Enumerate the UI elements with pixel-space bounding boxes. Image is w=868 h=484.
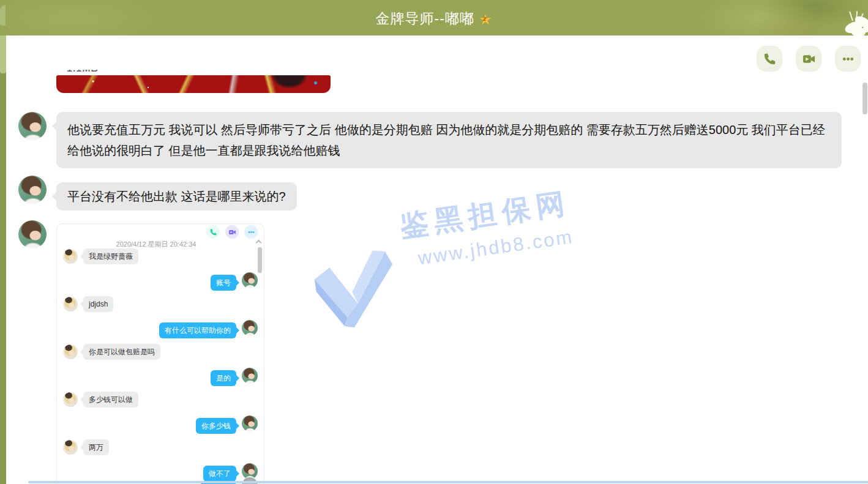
mini-message-row: 做不了 <box>63 463 258 479</box>
thumbnail-figure <box>263 75 315 93</box>
chat-app: 金牌导师--嘟嘟★z <box>0 0 868 484</box>
chat-screenshot-image[interactable]: 2020/4/12 星期日 20:42:34 我是绿野蔷薇 账号 <box>56 223 264 484</box>
mini-message-bubble: jdjdsh <box>83 296 113 312</box>
mini-message-row: 你多少钱 <box>63 415 258 431</box>
corner-accent <box>0 5 6 26</box>
mini-avatar-blonde <box>63 249 78 264</box>
mini-ellipsis-icon <box>244 225 258 239</box>
flower-decoration <box>834 11 868 35</box>
mini-avatar-blonde <box>63 392 78 407</box>
sender-avatar[interactable] <box>18 112 47 140</box>
mini-message-bubble: 做不了 <box>203 466 236 482</box>
more-options-button[interactable] <box>835 46 861 72</box>
watermark-logo-icon <box>307 244 406 338</box>
mini-timestamp: 2020/4/12 星期日 20:42:34 <box>57 240 255 249</box>
video-call-button[interactable] <box>796 46 821 72</box>
message-bubble[interactable]: 平台没有不给他出款 这话是哪里来说的? <box>56 182 297 210</box>
mini-avatar-girl <box>242 320 258 336</box>
mini-message-bubble: 你是可以做包赔是吗 <box>83 344 160 360</box>
ellipsis-icon <box>841 52 855 66</box>
mini-message-bubble: 账号 <box>211 275 236 291</box>
video-message-thumbnail[interactable]: 1.1MB <box>56 70 331 93</box>
watermark-title: 鉴黑担保网 <box>397 184 572 246</box>
mini-voice-call-icon <box>206 225 220 239</box>
mini-avatar-girl <box>242 368 258 384</box>
mini-message-bubble: 我是绿野蔷薇 <box>83 248 138 264</box>
mini-message-bubble: 有什么可以帮助你的 <box>159 322 236 338</box>
mini-message-row: 多少钱可以做 <box>63 392 258 408</box>
voice-call-button[interactable] <box>757 46 782 72</box>
chat-message-area: 1.1MB 他说要充值五万元 我说可以 然后导师带亏了之后 他做的是分期包赔 因… <box>6 35 868 484</box>
sender-avatar[interactable] <box>18 220 47 248</box>
input-area-divider <box>28 481 868 483</box>
video-thumbnail-image <box>56 75 331 93</box>
chat-title: 金牌导师--嘟嘟★z <box>0 9 868 28</box>
chat-header: 金牌导师--嘟嘟★z <box>0 0 868 35</box>
mini-video-call-icon <box>225 225 239 239</box>
message-bubble[interactable]: 他说要充值五万元 我说可以 然后导师带亏了之后 他做的是分期包赔 因为他做的就是… <box>56 112 842 168</box>
video-camera-icon <box>802 52 816 66</box>
watermark-url: www.jhdb8.com <box>417 226 576 270</box>
mini-message-row: 你是可以做包赔是吗 <box>63 344 258 360</box>
mini-message-bubble: 多少钱可以做 <box>83 392 138 408</box>
mini-avatar-blonde <box>63 297 78 311</box>
mini-avatar-girl <box>242 272 258 288</box>
watermark: 鉴黑担保网 www.jhdb8.com <box>302 184 584 338</box>
chat-title-text: 金牌导师--嘟嘟 <box>376 10 474 26</box>
phone-icon <box>763 52 777 66</box>
mini-message-bubble: 你多少钱 <box>196 418 236 434</box>
mini-avatar-blonde <box>63 440 78 455</box>
mini-message-list: 我是绿野蔷薇 账号 jdjdsh <box>63 248 258 484</box>
star-emoji: ★z <box>479 11 493 28</box>
mini-avatar-girl <box>242 415 258 431</box>
thumbnail-detail <box>314 81 317 84</box>
mini-message-bubble: 是的 <box>211 370 236 386</box>
mini-message-row: jdjdsh <box>63 296 258 312</box>
mini-message-bubble: 两万 <box>83 439 109 455</box>
mini-message-row: 有什么可以帮助你的 <box>63 320 258 336</box>
left-edge-strip <box>0 35 6 484</box>
mini-message-row: 我是绿野蔷薇 <box>63 248 258 264</box>
mini-call-toolbar <box>206 225 258 239</box>
video-size-label: 1.1MB <box>67 70 122 75</box>
sender-avatar[interactable] <box>18 176 47 204</box>
mini-avatar-blonde <box>63 344 78 359</box>
mini-message-row: 两万 <box>63 439 258 455</box>
mini-scrollbar-thumb <box>258 247 262 273</box>
chat-scrollbar-thumb[interactable] <box>862 83 867 114</box>
mini-message-row: 是的 <box>63 368 258 384</box>
mini-message-row: 账号 <box>63 272 258 288</box>
mini-scroll-up-icon <box>256 240 262 246</box>
